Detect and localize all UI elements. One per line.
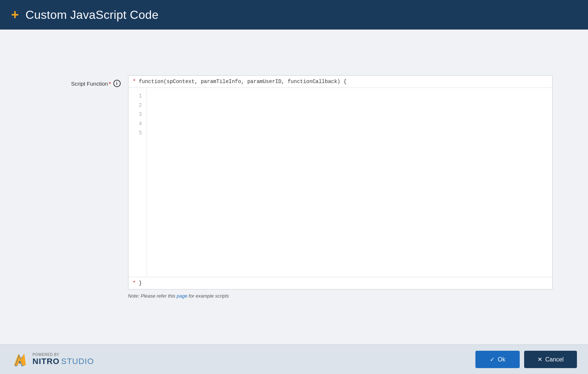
code-editor-body: 1 2 3 4 5 (128, 88, 552, 277)
note-text: Note: Please refer this page for example… (128, 293, 553, 299)
line-numbers: 1 2 3 4 5 (128, 88, 147, 277)
cancel-button[interactable]: ✕ Cancel (524, 351, 577, 368)
nitro-text: NITRO (32, 357, 59, 366)
code-footer-text: } (139, 280, 142, 286)
form-row: Script Function * i * function(spContext… (36, 75, 553, 299)
line-4: 4 (128, 119, 142, 128)
studio-text: STUDIO (61, 357, 94, 366)
cancel-button-label: Cancel (545, 356, 564, 363)
page-title: Custom JavaScript Code (25, 8, 159, 22)
script-function-label: Script Function (71, 80, 108, 87)
checkmark-icon: ✓ (490, 356, 495, 363)
plus-icon: + (11, 8, 19, 21)
form-label-area: Script Function * i (36, 75, 121, 87)
x-icon: ✕ (537, 356, 542, 363)
line-5: 5 (128, 128, 142, 138)
code-footer-star: * (133, 280, 136, 286)
note-suffix: for example scripts (188, 293, 229, 299)
powered-by-text: Powered by (32, 353, 94, 357)
note-link[interactable]: page (177, 293, 188, 299)
code-editor-header: * function(spContext, paramTileInfo, par… (128, 76, 552, 88)
footer-buttons: ✓ Ok ✕ Cancel (475, 351, 577, 368)
code-textarea[interactable] (147, 88, 552, 277)
nitro-studio-text: NITRO STUDIO (32, 357, 94, 366)
ok-button-label: Ok (498, 356, 505, 363)
main-content: Script Function * i * function(spContext… (0, 30, 588, 344)
code-editor-footer: * } (128, 277, 552, 289)
ok-button[interactable]: ✓ Ok (475, 351, 520, 368)
note-prefix: Note: Please refer this (128, 293, 177, 299)
line-3: 3 (128, 110, 142, 119)
nitro-logo-icon (11, 351, 29, 368)
code-editor: * function(spContext, paramTileInfo, par… (128, 75, 553, 289)
footer-logo: Powered by NITRO STUDIO (11, 351, 94, 368)
code-header-text: function(spContext, paramTileInfo, param… (139, 79, 347, 85)
code-header-star: * (133, 79, 136, 85)
info-icon[interactable]: i (113, 80, 121, 87)
required-star: * (109, 80, 111, 87)
code-editor-wrapper: * function(spContext, paramTileInfo, par… (128, 75, 553, 299)
line-1: 1 (128, 92, 142, 101)
line-2: 2 (128, 101, 142, 110)
page-header: + Custom JavaScript Code (0, 0, 588, 30)
footer-logo-text: Powered by NITRO STUDIO (32, 353, 94, 366)
page-footer: Powered by NITRO STUDIO ✓ Ok ✕ Cancel (0, 344, 588, 374)
